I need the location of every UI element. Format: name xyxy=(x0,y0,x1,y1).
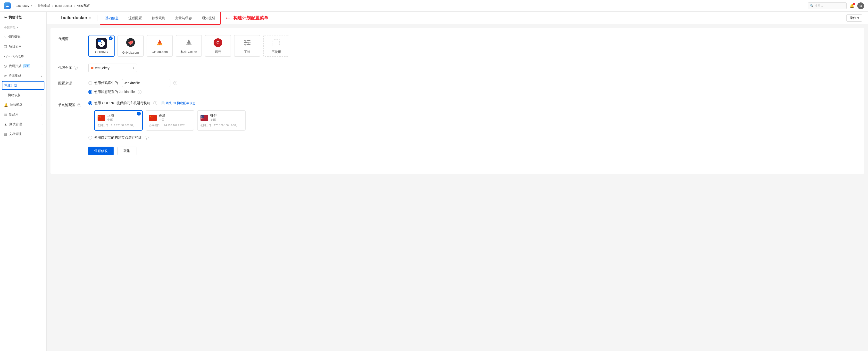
nav-separator-4: / xyxy=(74,4,75,8)
region-hongkong-country: 中国 xyxy=(159,118,165,122)
sidebar-label-ci: 持续集成 xyxy=(8,73,21,78)
ci-icon: ∞ xyxy=(4,73,6,78)
nodepool-option-coding[interactable]: 使用 CODING 提供的云主机进行构建 ? 📄 团队 CI 构建配额信息 xyxy=(88,101,856,105)
sidebar-item-test[interactable]: ▲ 测试管理 › xyxy=(0,120,46,129)
sidebar-item-project-overview[interactable]: ⌂ 项目概览 xyxy=(0,32,46,42)
static-help-icon[interactable]: ? xyxy=(137,90,142,94)
source-coding[interactable]: C ✓ CODING xyxy=(88,35,115,57)
tabs-bordered: 基础信息 流程配置 触发规则 变量与缓存 通知提醒 xyxy=(100,12,221,25)
source-none[interactable]: 不使用 xyxy=(263,35,289,57)
tab-variable[interactable]: 变量与缓存 xyxy=(170,12,197,24)
nodepool-row: 节点池配置 ? 使用 CODING 提供的云主机进行构建 ? 📄 团队 CI 构… xyxy=(58,101,856,140)
source-gongfeng[interactable]: 工蜂 xyxy=(234,35,260,57)
code-icon: </> xyxy=(4,55,9,58)
nodepool-coding-label: 使用 CODING 提供的云主机进行构建 xyxy=(94,101,151,105)
config-option-static[interactable]: 使用静态配置的 Jenkinsfile ? xyxy=(88,90,856,94)
nodepool-help-icon[interactable]: ? xyxy=(77,103,81,107)
config-option-repo[interactable]: 使用代码库中的 ? xyxy=(88,79,856,87)
config-radio-repo[interactable] xyxy=(88,81,92,85)
source-gitee[interactable]: G 码云 xyxy=(205,35,231,57)
region-hongkong-ip: 公网出口：124.156.164.25/32,... xyxy=(149,124,191,127)
repo-help-icon[interactable]: ? xyxy=(74,66,78,70)
sidebar-label-build-node: 构建节点 xyxy=(8,93,21,97)
jenkinsfile-help-icon[interactable]: ? xyxy=(173,81,177,85)
region-sv-name: 硅谷 xyxy=(210,114,217,118)
nodepool-custom-label: 使用自定义的构建节点进行构建 xyxy=(94,135,142,140)
tab-flow[interactable]: 流程配置 xyxy=(124,12,147,24)
avatar[interactable]: jo xyxy=(857,2,864,9)
artifact-chevron: › xyxy=(41,113,42,116)
notification-button[interactable]: 🔔 xyxy=(848,2,856,9)
sidebar-item-artifact[interactable]: ▦ 制品库 › xyxy=(0,110,46,120)
quota-link[interactable]: 团队 CI 构建配额信息 xyxy=(165,101,196,105)
source-github[interactable]: 🐙 GitHub.com xyxy=(118,35,144,57)
nodepool-custom-help-icon[interactable]: ? xyxy=(145,136,149,139)
back-icon: ← xyxy=(54,16,58,20)
nodepool-option-custom[interactable]: 使用自定义的构建节点进行构建 ? xyxy=(88,135,856,140)
source-cards: C ✓ CODING xyxy=(88,35,856,57)
region-cards: 上海 中国 公网出口：111.231.92.100/32,... xyxy=(94,110,856,131)
config-radio-static[interactable] xyxy=(88,90,92,94)
region-sv-ip: 公网出口：170.106.136.17/32,... xyxy=(200,124,242,127)
jenkinsfile-input[interactable] xyxy=(122,79,170,87)
gitlab-icon xyxy=(155,38,164,49)
tab-basic[interactable]: 基础信息 xyxy=(100,12,124,24)
sidebar-label-cd: 持续部署 xyxy=(10,103,23,107)
repo-label: 代码仓库 ? xyxy=(58,64,83,70)
sidebar-section-chevron: ∧ xyxy=(17,26,19,29)
source-gitee-label: 码云 xyxy=(215,50,221,54)
ops-chevron: ▾ xyxy=(857,16,859,20)
nodepool-radio-coding[interactable] xyxy=(88,101,92,105)
quota-link-wrapper: 📄 团队 CI 构建配额信息 xyxy=(161,101,196,105)
sidebar-infinity-icon: ∞ xyxy=(4,15,7,20)
sidebar-item-build-plan[interactable]: 构建计划 xyxy=(2,81,44,90)
cancel-button[interactable]: 取消 xyxy=(118,147,136,155)
page-title: build-docker xyxy=(61,15,87,21)
repo-row: 代码仓库 ? test-jokey ▾ xyxy=(58,64,856,72)
repo-select[interactable]: test-jokey ▾ xyxy=(88,64,137,72)
sidebar-item-cd[interactable]: 🔔 持续部署 › xyxy=(0,100,46,110)
region-silicon-valley[interactable]: ★★ ★★ 硅谷 美国 公网出口：170.106.13 xyxy=(197,110,246,131)
source-gitlab[interactable]: GitLab.com xyxy=(147,35,173,57)
sidebar-label-code-repo: 代码仓库 xyxy=(11,54,24,59)
sidebar-item-docs[interactable]: ▤ 文档管理 › xyxy=(0,129,46,139)
svg-text:C: C xyxy=(100,42,102,45)
repo-value: test-jokey xyxy=(95,66,110,70)
region-hongkong[interactable]: 香港 中国 公网出口：124.156.164.25/32,... xyxy=(146,110,194,131)
nav-build[interactable]: build-docker xyxy=(55,4,72,7)
sidebar-item-build-node[interactable]: 构建节点 xyxy=(0,90,46,100)
region-shanghai-ip: 公网出口：111.231.92.100/32,... xyxy=(98,124,139,127)
us-flag: ★★ ★★ xyxy=(200,115,208,121)
region-shanghai-info: 上海 中国 xyxy=(107,114,114,122)
nav-project[interactable]: test-jokey xyxy=(16,4,29,7)
sidebar-item-code-scan[interactable]: ◎ 代码扫描 beta › xyxy=(0,61,46,71)
annotation-text: 构建计划配置菜单 xyxy=(233,15,268,21)
tab-notify[interactable]: 通知提醒 xyxy=(197,12,220,24)
tab-trigger[interactable]: 触发规则 xyxy=(147,12,170,24)
nav-ci[interactable]: 持续集成 xyxy=(38,4,50,8)
code-scan-chevron: › xyxy=(41,65,42,67)
sidebar-item-code-repo[interactable]: </> 代码仓库 xyxy=(0,52,46,61)
search-box[interactable]: 🔍 搜索... xyxy=(808,2,847,9)
source-private-gitlab[interactable]: 私有 GitLab xyxy=(176,35,202,57)
sidebar-item-project-collab[interactable]: ☐ 项目协同 xyxy=(0,42,46,52)
config-row: 配置来源 使用代码库中的 ? 使用静态配置的 Jenki xyxy=(58,79,856,94)
edit-icon[interactable]: ✏ xyxy=(89,16,92,20)
nav-dropdown-icon[interactable]: ▾ xyxy=(31,4,33,7)
config-content: 使用代码库中的 ? 使用静态配置的 Jenkinsfile ? xyxy=(88,79,856,94)
svg-point-22 xyxy=(245,44,247,45)
cn-flag-hk xyxy=(149,115,157,121)
region-shanghai[interactable]: 上海 中国 公网出口：111.231.92.100/32,... xyxy=(94,110,143,131)
save-button[interactable]: 保存修改 xyxy=(88,147,114,155)
sidebar: ∞ 构建计划 全部产品 ∧ ⌂ 项目概览 ☐ 项目协同 </> 代码仓库 ◎ 代… xyxy=(0,12,46,351)
ops-button[interactable]: 操作 ▾ xyxy=(846,14,862,22)
nodepool-coding-help-icon[interactable]: ? xyxy=(153,101,157,105)
doc-icon: 📄 xyxy=(161,101,165,105)
nodepool-content: 使用 CODING 提供的云主机进行构建 ? 📄 团队 CI 构建配额信息 xyxy=(88,101,856,140)
svg-rect-30 xyxy=(149,115,157,121)
nodepool-radio-custom[interactable] xyxy=(88,136,92,139)
sidebar-item-ci[interactable]: ∞ 持续集成 ∨ xyxy=(0,71,46,81)
annotation-arrow: ← xyxy=(224,14,231,22)
back-button[interactable]: ← xyxy=(53,14,59,21)
source-gongfeng-label: 工蜂 xyxy=(244,50,250,54)
